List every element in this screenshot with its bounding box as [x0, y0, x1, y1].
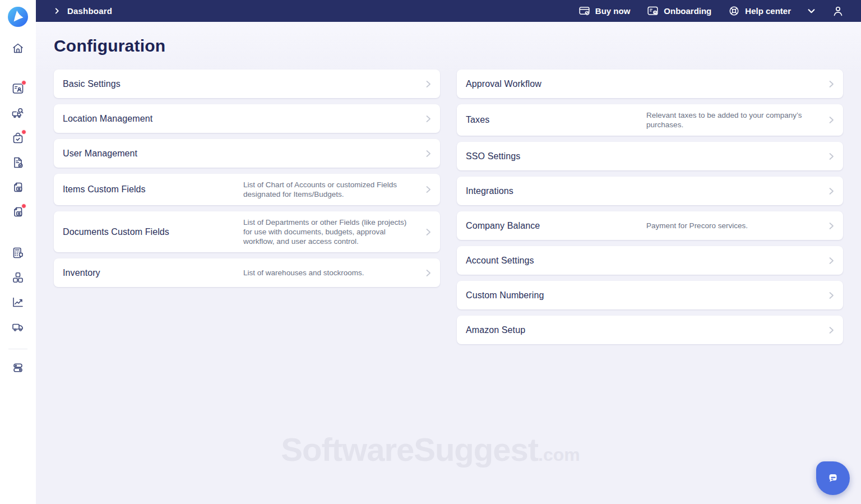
sidebar-item-home[interactable] — [11, 41, 25, 55]
card-basic-settings[interactable]: Basic Settings — [54, 70, 440, 98]
sidebar-item-receipts[interactable] — [11, 156, 25, 169]
sidebar-item-requisitions[interactable] — [11, 82, 25, 95]
precoro-logo[interactable] — [8, 7, 28, 27]
chat-bubble-icon — [825, 470, 841, 487]
card-description: List of warehouses and stockrooms. — [243, 268, 424, 278]
buy-now-button[interactable]: Buy now — [578, 5, 631, 17]
card-description: Payment for Precoro services. — [646, 221, 827, 230]
chevron-right-icon — [827, 187, 835, 195]
card-taxes[interactable]: Taxes Relevant taxes to be added to your… — [457, 104, 843, 136]
chevron-right-icon — [827, 292, 835, 299]
card-title: Taxes — [466, 115, 646, 125]
card-check-icon — [578, 5, 590, 17]
card-title: Custom Numbering — [466, 290, 827, 300]
card-title: Approval Workflow — [466, 79, 827, 89]
user-menu-toggle[interactable] — [808, 7, 815, 15]
card-custom-numbering[interactable]: Custom Numbering — [457, 281, 843, 309]
sidebar-item-budgets[interactable] — [11, 246, 25, 260]
breadcrumb-label: Dashboard — [67, 6, 112, 16]
onboarding-button[interactable]: Onboarding — [647, 5, 711, 17]
card-title: SSO Settings — [466, 151, 827, 161]
sidebar-item-invoices[interactable] — [11, 181, 25, 194]
card-title: Documents Custom Fields — [63, 227, 243, 237]
account-button[interactable] — [832, 5, 844, 17]
chevron-right-icon — [424, 269, 432, 277]
toggles-icon — [11, 361, 25, 374]
sidebar-item-purchase-orders[interactable] — [11, 131, 25, 145]
chevron-right-icon — [424, 80, 432, 88]
card-description: Relevant taxes to be added to your compa… — [646, 110, 827, 130]
sidebar-item-expenses[interactable] — [11, 205, 25, 219]
card-title: Items Custom Fields — [63, 184, 243, 195]
card-title: Account Settings — [466, 256, 827, 266]
chevron-right-icon — [827, 152, 835, 160]
sidebar-item-configuration[interactable] — [11, 361, 25, 374]
card-items-custom-fields[interactable]: Items Custom Fields List of Chart of Acc… — [54, 174, 440, 205]
sidebar-item-supplier-search[interactable] — [11, 107, 25, 120]
config-columns: Basic Settings Location Management User … — [54, 70, 843, 344]
chevron-right-icon — [424, 228, 432, 236]
breadcrumb[interactable]: Dashboard — [54, 6, 112, 16]
notification-dot — [21, 80, 26, 85]
main-content: Configuration Basic Settings Location Ma… — [36, 22, 861, 504]
help-center-label: Help center — [745, 6, 791, 16]
config-column-right: Approval Workflow Taxes Relevant taxes t… — [457, 70, 843, 344]
card-integrations[interactable]: Integrations — [457, 177, 843, 205]
sidebar-item-suppliers[interactable] — [11, 320, 25, 334]
app-root: Dashboard Buy now Onboarding — [0, 0, 861, 504]
sidebar-divider — [8, 349, 27, 349]
chevron-right-icon — [827, 222, 835, 230]
user-icon — [832, 5, 844, 17]
calculator-coins-icon — [11, 246, 25, 260]
buy-now-label: Buy now — [595, 6, 631, 16]
card-inventory[interactable]: Inventory List of warehouses and stockro… — [54, 258, 440, 287]
card-title: Company Balance — [466, 221, 646, 231]
card-user-management[interactable]: User Management — [54, 139, 440, 168]
sidebar-item-reports[interactable] — [11, 295, 25, 309]
card-description: List of Departments or other Fields (lik… — [243, 218, 424, 246]
page-title: Configuration — [54, 36, 843, 56]
card-title: Integrations — [466, 186, 827, 196]
card-face-icon — [647, 5, 659, 17]
onboarding-label: Onboarding — [664, 6, 711, 16]
card-sso-settings[interactable]: SSO Settings — [457, 142, 843, 170]
chevron-right-icon — [827, 80, 835, 88]
chevron-right-icon — [424, 186, 432, 193]
card-company-balance[interactable]: Company Balance Payment for Precoro serv… — [457, 211, 843, 240]
line-chart-icon — [11, 295, 25, 309]
card-title: Location Management — [63, 114, 424, 124]
topbar: Dashboard Buy now Onboarding — [36, 0, 861, 22]
chevron-down-icon — [808, 7, 815, 15]
chevron-right-icon — [424, 115, 432, 123]
card-amazon-setup[interactable]: Amazon Setup — [457, 316, 843, 344]
card-location-management[interactable]: Location Management — [54, 104, 440, 133]
help-center-button[interactable]: Help center — [728, 5, 791, 17]
card-documents-custom-fields[interactable]: Documents Custom Fields List of Departme… — [54, 211, 440, 252]
card-account-settings[interactable]: Account Settings — [457, 246, 843, 275]
card-title: Inventory — [63, 268, 243, 278]
truck-magnifier-icon — [11, 107, 25, 120]
invoice-icon — [11, 181, 25, 194]
chevron-right-icon — [827, 116, 835, 124]
home-icon — [11, 41, 25, 55]
notification-dot — [21, 130, 26, 135]
chevron-right-icon — [424, 150, 432, 158]
card-title: User Management — [63, 149, 424, 159]
config-column-left: Basic Settings Location Management User … — [54, 70, 440, 287]
card-approval-workflow[interactable]: Approval Workflow — [457, 70, 843, 98]
chevron-right-icon — [827, 257, 835, 265]
lifebuoy-icon — [728, 5, 740, 17]
chat-launcher-button[interactable] — [816, 461, 850, 495]
precoro-logo-icon — [8, 7, 28, 27]
sidebar — [0, 0, 36, 504]
truck-icon — [11, 320, 25, 334]
card-title: Amazon Setup — [466, 325, 827, 335]
card-description: List of Chart of Accounts or customized … — [243, 180, 424, 199]
card-title: Basic Settings — [63, 79, 424, 89]
sidebar-item-catalog[interactable] — [11, 271, 25, 284]
chevron-right-icon — [827, 326, 835, 334]
document-check-icon — [11, 156, 25, 169]
topbar-actions: Buy now Onboarding Help center — [578, 5, 844, 17]
chevron-right-icon — [54, 8, 60, 14]
notification-dot — [21, 204, 26, 209]
